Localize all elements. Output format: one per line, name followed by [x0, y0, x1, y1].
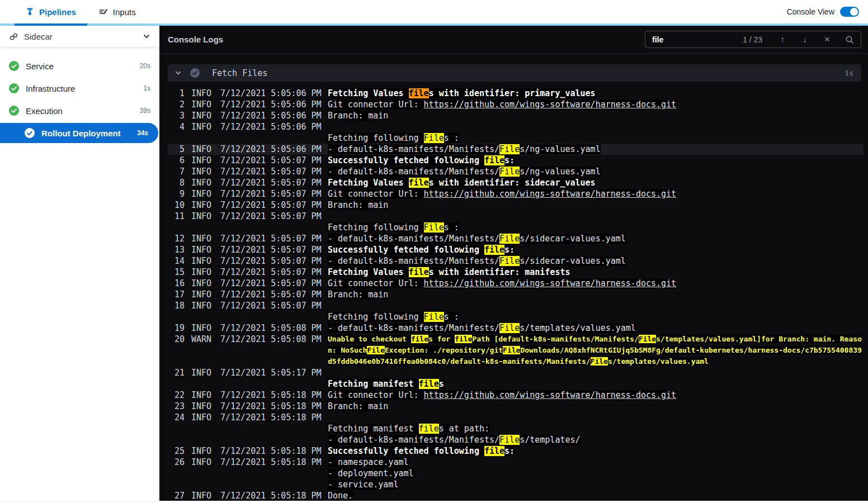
- search-match-count: 1 / 23: [743, 35, 762, 44]
- log-text: s :: [444, 133, 459, 143]
- search-input[interactable]: file: [652, 35, 743, 44]
- log-row[interactable]: 2INFO7/12/2021 5:05:06 PMGit connector U…: [168, 99, 864, 110]
- log-row[interactable]: 26INFO7/12/2021 5:05:18 PM- namespace.ya…: [168, 457, 864, 490]
- log-level: INFO: [191, 121, 214, 132]
- duration-badge: 34s: [137, 129, 148, 137]
- log-level: INFO: [191, 401, 214, 412]
- log-row[interactable]: 14INFO7/12/2021 5:05:07 PM- default-k8s-…: [168, 255, 864, 267]
- section-duration: 1s: [845, 69, 853, 77]
- log-line-number: 22: [168, 390, 185, 401]
- log-text: Fetching manifest: [328, 379, 419, 389]
- log-message: - default-k8s-manifests/Manifests/Files/…: [328, 255, 864, 267]
- log-search-box[interactable]: file 1 / 23 ↑ ↓ ✕: [645, 31, 861, 48]
- previous-match-icon[interactable]: ↑: [777, 35, 788, 45]
- log-timestamp: 7/12/2021 5:05:07 PM: [220, 267, 321, 278]
- log-text: s/ng-values.yaml: [520, 167, 601, 177]
- log-message-line: Branch: main: [328, 200, 864, 211]
- success-check-icon: [9, 106, 19, 116]
- next-match-icon[interactable]: ↓: [799, 35, 810, 45]
- sidebar-item-execution[interactable]: Execution 39s: [0, 99, 159, 122]
- close-icon[interactable]: ✕: [822, 35, 833, 44]
- log-text: Fetching manifest: [328, 424, 419, 434]
- log-row[interactable]: 5INFO7/12/2021 5:05:06 PM- default-k8s-m…: [168, 144, 864, 155]
- log-row[interactable]: 22INFO7/12/2021 5:05:18 PMGit connector …: [168, 390, 864, 401]
- log-link[interactable]: https://github.com/wings-software/harnes…: [424, 390, 677, 400]
- log-line-number: 25: [168, 445, 185, 457]
- log-row[interactable]: 9INFO7/12/2021 5:05:07 PMGit connector U…: [168, 188, 864, 200]
- toggle-knob: [850, 8, 858, 16]
- search-icon[interactable]: [844, 35, 855, 44]
- log-row[interactable]: 12INFO7/12/2021 5:05:07 PM- default-k8s-…: [168, 233, 864, 244]
- sidebar-group-sidecar[interactable]: Sidecar: [0, 26, 159, 47]
- sidebar-item-label: Execution: [26, 106, 63, 116]
- log-row[interactable]: 13INFO7/12/2021 5:05:07 PMSuccessfully f…: [168, 244, 864, 255]
- log-row[interactable]: 11INFO7/12/2021 5:05:07 PMFetching follo…: [168, 211, 864, 233]
- search-match: file: [419, 379, 439, 389]
- log-row[interactable]: 3INFO7/12/2021 5:05:06 PMBranch: main: [168, 110, 864, 121]
- log-level: INFO: [191, 289, 214, 300]
- log-row[interactable]: 21INFO7/12/2021 5:05:17 PMFetching manif…: [168, 367, 864, 390]
- chevron-down-icon[interactable]: [143, 32, 150, 40]
- search-match: File: [424, 133, 444, 143]
- log-section-fetch-files[interactable]: Fetch Files 1s: [168, 64, 861, 82]
- log-line-number: 9: [168, 188, 185, 200]
- sidebar-item-label: Infrastructure: [26, 84, 75, 93]
- log-message: Fetching Values files with identifier: m…: [328, 267, 864, 278]
- chevron-down-icon[interactable]: [174, 69, 182, 77]
- log-row[interactable]: 7INFO7/12/2021 5:05:07 PM- default-k8s-m…: [168, 166, 864, 177]
- log-message: Branch: main: [328, 289, 864, 300]
- log-message-line: Fetching Values files with identifier: m…: [328, 267, 864, 278]
- search-match: file: [409, 267, 429, 277]
- log-text: s with identifier: primary_values: [429, 88, 596, 98]
- log-text: - default-k8s-manifests/Manifests/: [328, 323, 499, 333]
- duration-badge: 1s: [143, 84, 150, 92]
- search-match: File: [499, 167, 520, 177]
- log-link[interactable]: https://github.com/wings-software/harnes…: [424, 99, 677, 110]
- log-text: - default-k8s-manifests/Manifests/: [328, 256, 499, 266]
- search-match: File: [591, 357, 608, 366]
- log-text: Fetching Values: [328, 178, 409, 188]
- log-row[interactable]: 16INFO7/12/2021 5:05:07 PMGit connector …: [168, 278, 864, 289]
- console-view-toggle[interactable]: [840, 7, 859, 17]
- log-message-line: Fetching Values files with identifier: s…: [328, 177, 864, 188]
- log-message: Git connector Url: https://github.com/wi…: [328, 99, 864, 110]
- log-message: Successfully fetched following files:: [328, 155, 864, 166]
- log-row[interactable]: 1INFO7/12/2021 5:05:06 PMFetching Values…: [168, 88, 864, 99]
- log-row[interactable]: 20WARN7/12/2021 5:05:08 PMUnable to chec…: [168, 334, 864, 367]
- log-row[interactable]: 17INFO7/12/2021 5:05:07 PMBranch: main: [168, 289, 864, 300]
- success-check-icon: [190, 68, 200, 78]
- sidebar-item-service[interactable]: Service 20s: [0, 55, 159, 77]
- duration-badge: 20s: [140, 62, 150, 70]
- sidebar-item-rollout-deployment[interactable]: Rollout Deployment 34s: [0, 123, 158, 143]
- log-text: s:: [504, 446, 515, 456]
- log-text: s:: [504, 155, 515, 165]
- log-row[interactable]: 18INFO7/12/2021 5:05:07 PMFetching follo…: [168, 300, 864, 322]
- tab-pipelines[interactable]: Pipelines: [15, 0, 87, 23]
- tab-inputs[interactable]: Inputs: [87, 0, 147, 23]
- log-row[interactable]: 8INFO7/12/2021 5:05:07 PMFetching Values…: [168, 177, 864, 188]
- log-row[interactable]: 10INFO7/12/2021 5:05:07 PMBranch: main: [168, 200, 864, 211]
- sidebar-item-infrastructure[interactable]: Infrastructure 1s: [0, 77, 159, 99]
- log-text: s at path:: [439, 424, 489, 434]
- log-row[interactable]: 24INFO7/12/2021 5:05:18 PMFetching manif…: [168, 412, 864, 445]
- log-link[interactable]: https://github.com/wings-software/harnes…: [424, 189, 677, 199]
- log-row[interactable]: 25INFO7/12/2021 5:05:18 PMSuccessfully f…: [168, 445, 864, 457]
- log-text: - service.yaml: [328, 480, 398, 490]
- log-text: s/templates/values.yaml: [520, 323, 636, 333]
- log-link[interactable]: https://github.com/wings-software/harnes…: [424, 278, 677, 288]
- log-text: Branch: main: [328, 111, 388, 121]
- log-message: Branch: main: [328, 110, 864, 121]
- log-row[interactable]: 23INFO7/12/2021 5:05:18 PMBranch: main: [168, 401, 864, 412]
- log-timestamp: 7/12/2021 5:05:06 PM: [220, 88, 321, 99]
- log-row[interactable]: 15INFO7/12/2021 5:05:07 PMFetching Value…: [168, 267, 864, 278]
- log-line-number: 13: [168, 244, 185, 255]
- log-text: Unable to checkout: [328, 335, 411, 343]
- log-message: - default-k8s-manifests/Manifests/Files/…: [328, 322, 864, 334]
- log-timestamp: 7/12/2021 5:05:07 PM: [220, 278, 321, 289]
- log-row[interactable]: 19INFO7/12/2021 5:05:08 PM- default-k8s-…: [168, 322, 864, 334]
- log-row[interactable]: 6INFO7/12/2021 5:05:07 PMSuccessfully fe…: [168, 155, 864, 166]
- log-row[interactable]: 4INFO7/12/2021 5:05:06 PMFetching follow…: [168, 121, 864, 144]
- log-level: INFO: [191, 390, 214, 401]
- log-row[interactable]: 27INFO7/12/2021 5:05:18 PMDone.: [168, 490, 864, 501]
- log-text: Fetching following: [328, 133, 424, 143]
